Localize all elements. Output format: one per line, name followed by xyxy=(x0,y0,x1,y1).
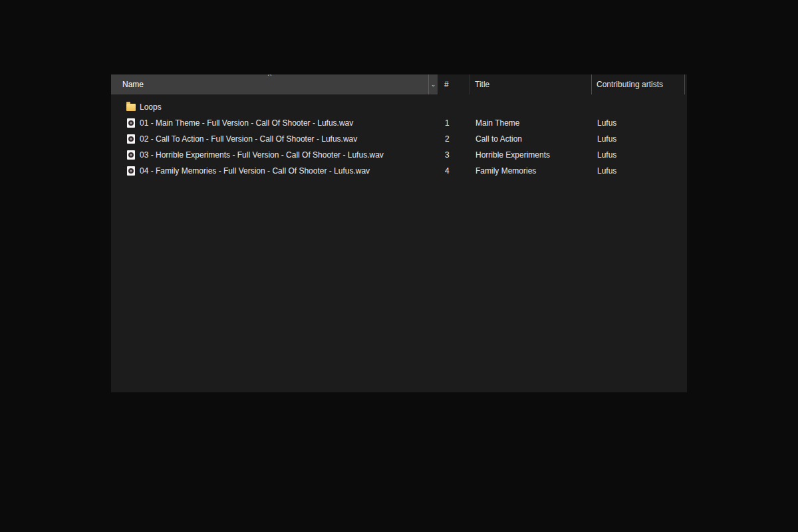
column-header-number[interactable]: # xyxy=(438,74,469,94)
contributing-artists-label: Lufus xyxy=(597,118,616,128)
contributing-artists-cell xyxy=(593,99,686,115)
track-number-cell: 1 xyxy=(438,115,470,131)
column-header-artists[interactable]: Contributing artists xyxy=(592,74,685,94)
file-name-cell: 01 - Main Theme - Full Version - Call Of… xyxy=(111,115,438,131)
track-title-label: Horrible Experiments xyxy=(475,150,550,160)
track-title-cell: Call to Action xyxy=(470,131,593,147)
audio-file-icon xyxy=(127,118,135,128)
file-name-label: 02 - Call To Action - Full Version - Cal… xyxy=(140,134,357,144)
column-header-title[interactable]: Title xyxy=(469,74,592,94)
contributing-artists-cell: Lufus xyxy=(593,147,686,163)
track-number-label: 2 xyxy=(445,134,450,144)
audio-file-icon xyxy=(127,134,135,144)
track-number-cell: 3 xyxy=(438,147,470,163)
file-row[interactable]: 04 - Family Memories - Full Version - Ca… xyxy=(111,163,687,179)
chevron-down-icon: ⌄ xyxy=(431,81,436,88)
column-header-row: ^ Name ⌄ # Title Contributing artists xyxy=(111,74,687,94)
file-name-cell: Loops xyxy=(111,99,438,115)
file-name-cell: 02 - Call To Action - Full Version - Cal… xyxy=(111,131,438,147)
file-row[interactable]: 03 - Horrible Experiments - Full Version… xyxy=(111,147,687,163)
file-explorer-panel: ^ Name ⌄ # Title Contributing artists Lo… xyxy=(111,74,687,392)
file-name-label: 04 - Family Memories - Full Version - Ca… xyxy=(140,166,370,176)
sort-ascending-icon: ^ xyxy=(268,74,271,80)
file-list: Loops 01 - Main Theme - Full Version - C… xyxy=(111,94,687,179)
file-row[interactable]: Loops xyxy=(111,99,687,115)
column-header-name-label: Name xyxy=(122,80,144,89)
file-name-cell: 03 - Horrible Experiments - Full Version… xyxy=(111,147,438,163)
contributing-artists-cell: Lufus xyxy=(593,163,686,179)
column-header-number-label: # xyxy=(444,80,449,89)
audio-file-icon xyxy=(127,166,135,176)
track-number-cell xyxy=(438,99,470,115)
track-number-label: 3 xyxy=(445,150,450,160)
track-number-label: 1 xyxy=(445,118,450,128)
column-header-artists-label: Contributing artists xyxy=(597,80,663,89)
contributing-artists-label: Lufus xyxy=(597,134,616,144)
track-number-cell: 4 xyxy=(438,163,470,179)
file-name-label: 03 - Horrible Experiments - Full Version… xyxy=(140,150,384,160)
track-title-cell: Horrible Experiments xyxy=(470,147,593,163)
file-name-label: 01 - Main Theme - Full Version - Call Of… xyxy=(140,118,353,128)
contributing-artists-cell: Lufus xyxy=(593,131,686,147)
track-number-label: 4 xyxy=(445,166,450,176)
column-filter-dropdown-button[interactable]: ⌄ xyxy=(428,74,438,94)
file-row[interactable]: 02 - Call To Action - Full Version - Cal… xyxy=(111,131,687,147)
file-row[interactable]: 01 - Main Theme - Full Version - Call Of… xyxy=(111,115,687,131)
track-title-cell xyxy=(470,99,593,115)
track-title-cell: Family Memories xyxy=(470,163,593,179)
track-number-cell: 2 xyxy=(438,131,470,147)
column-header-name[interactable]: ^ Name xyxy=(111,74,428,94)
audio-file-icon xyxy=(127,150,135,160)
track-title-label: Main Theme xyxy=(475,118,519,128)
column-header-title-label: Title xyxy=(475,80,489,89)
folder-icon xyxy=(126,104,136,111)
contributing-artists-label: Lufus xyxy=(597,150,616,160)
contributing-artists-label: Lufus xyxy=(597,166,616,176)
track-title-cell: Main Theme xyxy=(470,115,593,131)
track-title-label: Call to Action xyxy=(475,134,522,144)
contributing-artists-cell: Lufus xyxy=(593,115,686,131)
file-name-label: Loops xyxy=(140,102,162,112)
track-title-label: Family Memories xyxy=(475,166,536,176)
file-name-cell: 04 - Family Memories - Full Version - Ca… xyxy=(111,163,438,179)
